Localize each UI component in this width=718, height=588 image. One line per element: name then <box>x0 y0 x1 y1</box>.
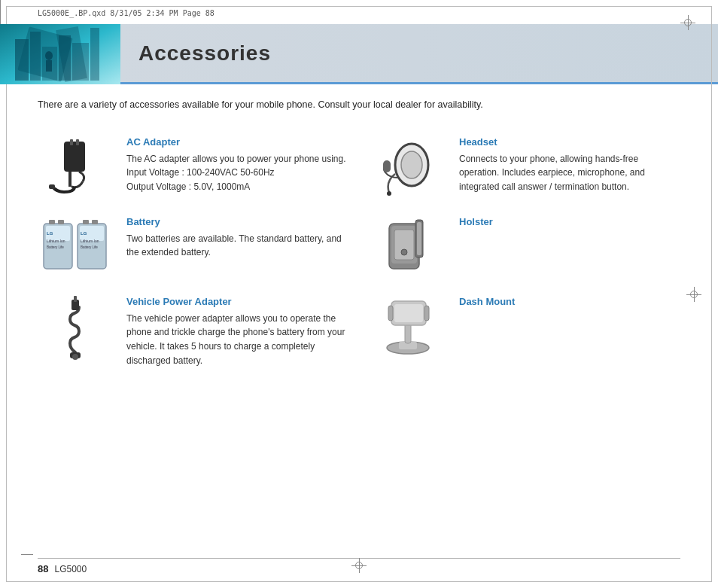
header-image <box>0 24 120 84</box>
svg-rect-4 <box>59 35 71 81</box>
svg-rect-13 <box>49 184 55 189</box>
footer-model: LG5000 <box>54 564 87 574</box>
svg-rect-11 <box>70 139 73 145</box>
crosshair-top-right <box>680 15 695 30</box>
svg-rect-31 <box>92 220 98 224</box>
crosshair-bottom-center <box>351 558 367 573</box>
header-image-placeholder <box>0 24 120 84</box>
svg-rect-24 <box>58 220 64 224</box>
page-border <box>6 6 712 582</box>
svg-text:Battery Life: Battery Life <box>81 245 98 249</box>
dash-mount-svg <box>376 294 440 358</box>
svg-rect-6 <box>90 28 99 81</box>
reg-mark-bl-h <box>21 554 33 555</box>
header-image-svg <box>0 24 120 84</box>
svg-point-39 <box>72 354 78 360</box>
holster-svg <box>378 216 438 276</box>
battery-svg: LG Lithium Ion Battery Life LG Lithium I… <box>40 220 111 273</box>
svg-rect-23 <box>49 220 55 224</box>
svg-text:LG: LG <box>81 231 87 236</box>
ac-adapter-image <box>38 136 113 197</box>
svg-rect-47 <box>388 306 393 321</box>
svg-rect-5 <box>72 43 89 81</box>
reg-mark-bl-v <box>0 12 1 24</box>
svg-rect-17 <box>383 160 391 172</box>
print-header: LG5000E_.BP.qxd 8/31/05 2:34 PM Page 88 <box>38 9 214 17</box>
svg-rect-41 <box>74 296 77 302</box>
svg-rect-3 <box>42 47 57 81</box>
vehicle-adapter-svg <box>41 292 109 360</box>
footer-page-number: 88 <box>38 563 48 574</box>
svg-rect-35 <box>417 222 421 255</box>
svg-rect-2 <box>30 32 41 81</box>
battery-image: LG Lithium Ion Battery Life LG Lithium I… <box>38 216 113 276</box>
svg-rect-10 <box>68 172 71 187</box>
dash-mount-image <box>370 296 446 356</box>
svg-point-15 <box>401 151 422 178</box>
reg-mark-tl-v <box>0 0 1 12</box>
svg-point-37 <box>401 249 407 255</box>
crosshair-right-middle <box>686 287 701 302</box>
svg-rect-46 <box>394 304 423 322</box>
svg-rect-30 <box>83 220 89 224</box>
svg-text:Lithium Ion: Lithium Ion <box>81 239 99 243</box>
svg-rect-9 <box>64 142 85 172</box>
vehicle-adapter-image <box>38 296 113 356</box>
headset-image <box>370 136 446 197</box>
svg-text:Battery Life: Battery Life <box>47 245 64 249</box>
svg-rect-1 <box>15 39 29 81</box>
holster-image <box>370 216 446 276</box>
svg-point-7 <box>45 51 53 60</box>
svg-text:LG: LG <box>47 231 53 236</box>
svg-rect-48 <box>424 306 429 321</box>
svg-text:Lithium Ion: Lithium Ion <box>47 239 65 243</box>
svg-point-16 <box>387 191 391 196</box>
svg-rect-12 <box>76 139 79 145</box>
headset-svg <box>374 136 442 197</box>
svg-rect-8 <box>46 60 52 72</box>
ac-adapter-svg <box>41 138 109 194</box>
